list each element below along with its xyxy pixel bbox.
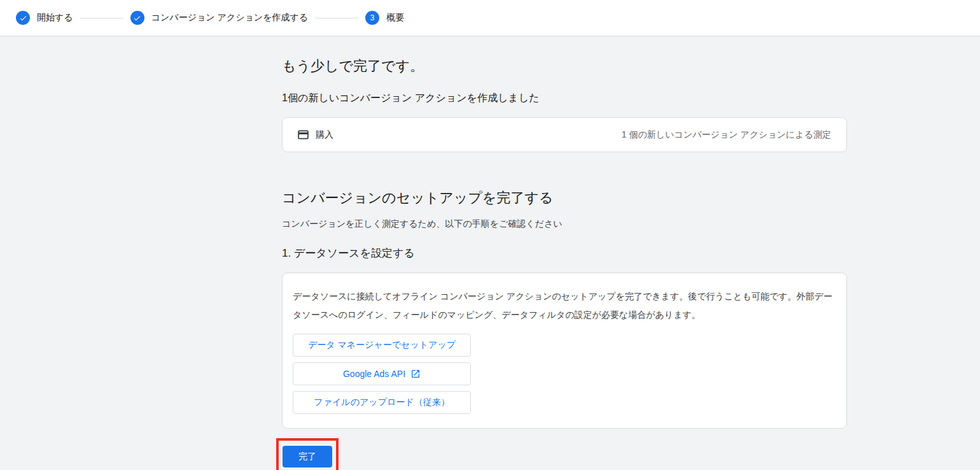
conversion-action-name: 購入 bbox=[316, 129, 333, 141]
step-completed-check-icon bbox=[130, 11, 144, 25]
step-label: コンバージョン アクションを作成する bbox=[151, 12, 308, 24]
setup-section-heading: コンバージョンのセットアップを完了する bbox=[282, 189, 847, 207]
step-label: 開始する bbox=[37, 12, 73, 24]
stepper-step-create-conversion-action[interactable]: コンバージョン アクションを作成する bbox=[130, 11, 308, 25]
stepper-connector bbox=[80, 18, 123, 18]
step-label: 概要 bbox=[386, 12, 404, 24]
page-title: もう少しで完了です。 bbox=[282, 57, 847, 75]
open-in-new-icon bbox=[410, 369, 421, 379]
credit-card-icon bbox=[298, 130, 309, 139]
step-completed-check-icon bbox=[16, 11, 30, 25]
data-source-options: データ マネージャーでセットアップ Google Ads API ファイルのアッ… bbox=[293, 334, 836, 414]
summary-content: もう少しで完了です。 1個の新しいコンバージョン アクションを作成しました 購入… bbox=[282, 36, 847, 470]
done-button[interactable]: 完了 bbox=[283, 446, 332, 467]
data-source-step-heading: 1. データソースを設定する bbox=[282, 246, 847, 260]
conversion-action-row: 購入 bbox=[298, 129, 333, 141]
stepper-step-summary[interactable]: 3 概要 bbox=[365, 11, 404, 25]
file-upload-legacy-button[interactable]: ファイルのアップロード（従来） bbox=[293, 391, 471, 414]
setup-stepper: 開始する コンバージョン アクションを作成する 3 概要 bbox=[0, 0, 980, 36]
created-actions-subtitle: 1個の新しいコンバージョン アクションを作成しました bbox=[282, 91, 847, 105]
step-number-icon: 3 bbox=[365, 11, 379, 25]
stepper-connector bbox=[315, 18, 358, 18]
data-source-description: データソースに接続してオフライン コンバージョン アクションのセットアップを完了… bbox=[293, 287, 835, 324]
annotation-highlight-box: 完了 bbox=[276, 438, 339, 470]
setup-section-description: コンバージョンを正しく測定するため、以下の手順をご確認ください bbox=[282, 218, 847, 229]
done-button-area: 完了 bbox=[276, 438, 847, 470]
stepper-step-get-started[interactable]: 開始する bbox=[16, 11, 73, 25]
data-manager-setup-button[interactable]: データ マネージャーでセットアップ bbox=[293, 334, 471, 357]
measurement-note: 1 個の新しいコンバージョン アクションによる測定 bbox=[622, 129, 831, 141]
conversion-action-card: 購入 1 個の新しいコンバージョン アクションによる測定 bbox=[282, 117, 847, 152]
google-ads-api-button[interactable]: Google Ads API bbox=[293, 362, 471, 385]
data-source-card: データソースに接続してオフライン コンバージョン アクションのセットアップを完了… bbox=[282, 273, 847, 429]
